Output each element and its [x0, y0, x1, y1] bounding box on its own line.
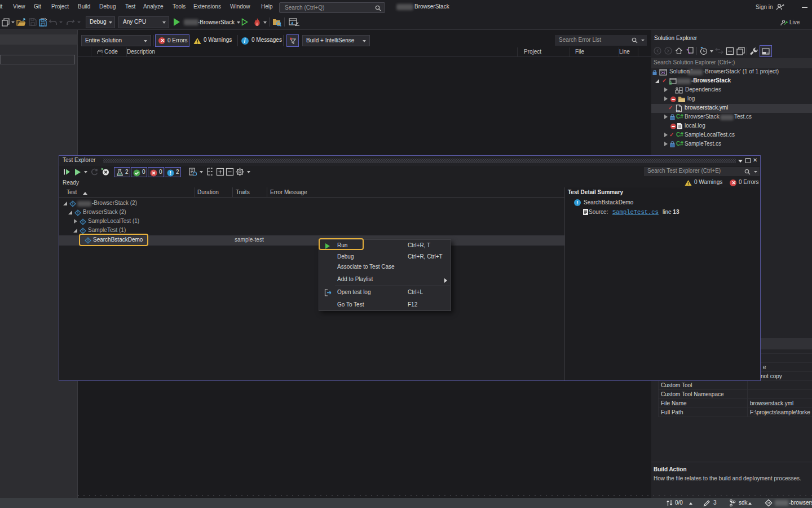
- svg-text:YML: YML: [676, 110, 681, 112]
